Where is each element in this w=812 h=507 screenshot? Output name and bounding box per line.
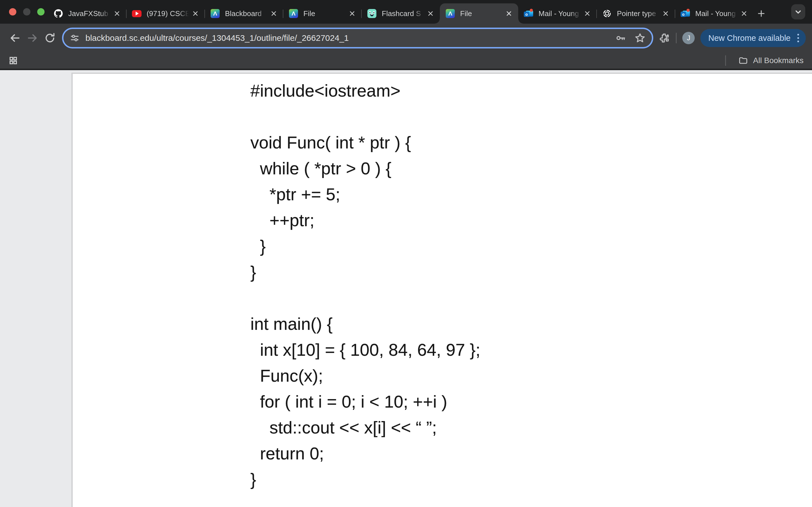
tab-title: Mail - Young xyxy=(539,9,582,18)
blackboard-icon: Λ xyxy=(289,9,298,18)
profile-avatar[interactable]: J xyxy=(682,32,695,44)
close-window-button[interactable] xyxy=(9,8,16,15)
outlook-icon: o xyxy=(524,9,534,18)
new-tab-button[interactable] xyxy=(753,3,769,24)
url-text[interactable]: blackboard.sc.edu/ultra/courses/_1304453… xyxy=(86,33,615,43)
close-tab-icon[interactable] xyxy=(347,9,357,18)
apps-grid-icon[interactable] xyxy=(8,56,18,65)
page-background: #include<iostream> void Func( int * ptr … xyxy=(0,70,812,507)
folder-icon xyxy=(739,56,748,65)
blackboard-icon: Λ xyxy=(210,9,220,18)
tab-title: Flashcard S xyxy=(382,9,426,18)
bookmarks-divider xyxy=(725,55,726,66)
all-bookmarks-button[interactable]: All Bookmarks xyxy=(725,55,804,66)
close-tab-icon[interactable] xyxy=(504,9,514,18)
outlook-icon: o xyxy=(680,9,690,18)
extensions-icon[interactable] xyxy=(658,32,670,44)
update-chrome-button[interactable]: New Chrome available xyxy=(700,29,806,47)
toolbar: blackboard.sc.edu/ultra/courses/_1304453… xyxy=(0,24,812,52)
forward-icon xyxy=(27,32,38,44)
close-tab-icon[interactable] xyxy=(426,9,435,18)
flashcard-icon xyxy=(367,9,377,18)
chevron-down-icon xyxy=(794,8,802,16)
minimize-window-button[interactable] xyxy=(23,8,31,15)
zoom-window-button[interactable] xyxy=(37,8,45,15)
tab-file-1[interactable]: Λ File xyxy=(283,3,361,24)
close-tab-icon[interactable] xyxy=(191,9,200,18)
tab-youtube-csce[interactable]: (9719) CSCE xyxy=(126,3,205,24)
youtube-icon xyxy=(132,9,142,18)
browser-window: JavaFXStub (9719) CSCE Λ Blackboard xyxy=(0,0,812,507)
close-tab-icon[interactable] xyxy=(269,9,278,18)
tab-file-active[interactable]: Λ File xyxy=(440,3,518,24)
code-content: #include<iostream> void Func( int * ptr … xyxy=(250,78,480,492)
tab-mail-2[interactable]: o Mail - Young xyxy=(675,3,753,24)
tab-title: Blackboard xyxy=(225,9,269,18)
close-tab-icon[interactable] xyxy=(661,9,670,18)
tab-title: Pointer type xyxy=(617,9,661,18)
tab-title: JavaFXStub xyxy=(68,9,112,18)
close-tab-icon[interactable] xyxy=(112,9,122,18)
close-tab-icon[interactable] xyxy=(739,9,749,18)
tab-title: File xyxy=(460,9,504,18)
tab-pointer-type[interactable]: Pointer type xyxy=(597,3,675,24)
reload-button[interactable] xyxy=(41,29,59,47)
tab-mail-1[interactable]: o Mail - Young xyxy=(518,3,597,24)
tab-title: (9719) CSCE xyxy=(147,9,191,18)
all-bookmarks-label: All Bookmarks xyxy=(753,56,804,65)
reload-icon xyxy=(44,33,56,44)
back-icon xyxy=(9,32,21,44)
password-key-icon[interactable] xyxy=(615,33,626,44)
tab-title: Mail - Young xyxy=(695,9,739,18)
tab-flashcard[interactable]: Flashcard S xyxy=(361,3,440,24)
blackboard-icon: Λ xyxy=(446,9,455,18)
openai-icon xyxy=(602,9,612,18)
toolbar-divider xyxy=(676,33,677,43)
update-chrome-label: New Chrome available xyxy=(708,34,791,43)
tab-blackboard[interactable]: Λ Blackboard xyxy=(205,3,283,24)
file-viewer[interactable]: #include<iostream> void Func( int * ptr … xyxy=(71,73,812,507)
bookmark-star-icon[interactable] xyxy=(635,33,646,44)
tab-javafxstub[interactable]: JavaFXStub xyxy=(48,3,126,24)
forward-button[interactable] xyxy=(24,29,41,47)
tab-title: File xyxy=(303,9,347,18)
close-tab-icon[interactable] xyxy=(582,9,592,18)
tab-strip: JavaFXStub (9719) CSCE Λ Blackboard xyxy=(0,0,812,24)
back-button[interactable] xyxy=(6,29,24,47)
tab-list: JavaFXStub (9719) CSCE Λ Blackboard xyxy=(48,0,769,24)
bookmarks-bar: All Bookmarks xyxy=(0,52,812,69)
kebab-menu-icon[interactable] xyxy=(796,33,800,43)
github-icon xyxy=(54,9,63,18)
tab-search-button[interactable] xyxy=(791,4,805,19)
site-settings-icon[interactable] xyxy=(70,33,80,43)
url-bar[interactable]: blackboard.sc.edu/ultra/courses/_1304453… xyxy=(62,27,653,48)
traffic-lights xyxy=(9,8,45,15)
